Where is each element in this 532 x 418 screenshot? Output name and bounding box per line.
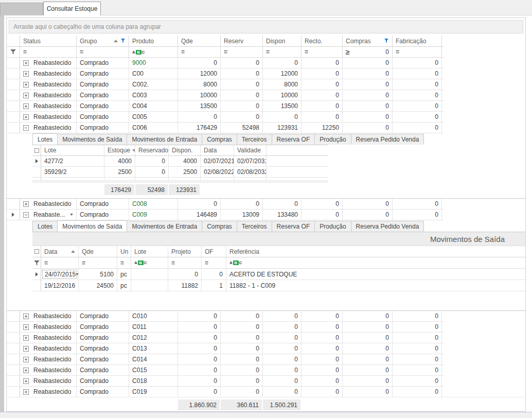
table-row[interactable]: Reabastecido Comprado C004 13500 0 13500… [7, 101, 444, 112]
table-row[interactable]: Reabastecido Comprado C002. 8000 0 8000 … [7, 79, 444, 90]
dispon-cell[interactable]: 10000 [263, 90, 302, 100]
status-cell[interactable]: Reabastecido [20, 322, 77, 332]
reserv-cell[interactable]: 0 [221, 343, 263, 354]
collapse-icon[interactable] [23, 212, 29, 218]
filter-active-icon[interactable] [120, 39, 126, 43]
produto-cell[interactable]: C002. [129, 79, 178, 90]
filter-active-icon[interactable] [384, 39, 389, 43]
status-cell[interactable]: Reabastecido [20, 343, 77, 354]
reserv-cell[interactable]: 0 [221, 311, 263, 321]
grupo-cell[interactable]: Comprado [77, 79, 129, 90]
table-row[interactable]: Reabastecido Comprado C015 0 0 0 0 0 0 [7, 365, 444, 376]
produto-cell[interactable]: 9000 [129, 58, 178, 68]
grupo-cell[interactable]: Comprado [77, 322, 129, 332]
table-row[interactable]: Reabastecido Comprado C018 0 0 0 0 0 0 [7, 376, 444, 387]
recto-cell[interactable]: 0 [302, 90, 343, 100]
grupo-cell[interactable]: Comprado [77, 311, 129, 321]
compras-cell[interactable]: 0 [343, 79, 393, 90]
table-row-c008[interactable]: Reabastecido Comprado C008 0 0 0 0 0 0 [7, 199, 444, 210]
status-cell[interactable]: Reabastecido [20, 199, 77, 209]
produto-cell[interactable]: C015 [129, 365, 178, 375]
dispon-cell[interactable]: 0 [263, 112, 302, 122]
fabricacao-cell[interactable]: 0 [393, 376, 442, 386]
filter-cell-projeto[interactable]: = [168, 257, 202, 268]
expand-icon[interactable] [23, 324, 29, 330]
dispon-cell[interactable]: 0 [263, 387, 302, 397]
recto-cell[interactable]: 0 [302, 199, 343, 209]
reserv-cell[interactable]: 0 [221, 68, 263, 79]
grupo-cell[interactable]: Comprado [77, 354, 129, 364]
grupo-cell[interactable]: Comprado [77, 90, 129, 100]
qde-cell[interactable]: 0 [178, 343, 221, 354]
reservado-cell[interactable]: 0 [135, 156, 169, 166]
expand-icon[interactable] [23, 378, 29, 384]
status-cell[interactable]: Reabastecido [20, 311, 77, 321]
dispon-cell[interactable]: 0 [263, 354, 302, 364]
column-header-reserv[interactable]: Reserv [221, 36, 263, 46]
recto-cell[interactable]: 0 [302, 387, 343, 397]
reserv-cell[interactable]: 0 [221, 112, 263, 122]
dispon-cell[interactable]: 133480 [263, 210, 302, 220]
grupo-cell[interactable]: Comprado [77, 101, 129, 111]
column-header-data[interactable]: Data [201, 145, 234, 155]
qde-cell[interactable]: 13500 [178, 101, 221, 111]
fabricacao-cell[interactable]: 0 [393, 333, 442, 343]
column-header-lote[interactable]: Lote [41, 145, 104, 155]
grupo-cell[interactable]: Comprado [77, 199, 129, 209]
detail-tab[interactable]: Movimentos de Saída [57, 134, 127, 145]
column-header-produto[interactable]: Produto [129, 36, 178, 46]
reserv-cell[interactable]: 0 [221, 199, 263, 209]
data-cell[interactable]: 19/12/2016 [41, 280, 79, 291]
fabricacao-cell[interactable]: 0 [393, 199, 442, 209]
qde-cell[interactable]: 0 [178, 58, 221, 68]
recto-cell[interactable]: 0 [302, 311, 343, 321]
lote-cell[interactable]: 4277/2 [41, 156, 104, 166]
table-row[interactable]: Reabastecido Comprado C019 0 0 0 0 0 0 [7, 387, 444, 397]
produto-cell[interactable]: C005 [129, 112, 178, 122]
filter-cell-data[interactable]: = [41, 257, 79, 268]
status-cell[interactable]: Reabastecido [20, 365, 77, 375]
compras-cell[interactable]: 0 [343, 387, 393, 397]
table-row[interactable]: Reabastecido Comprado C00 12000 0 12000 … [7, 68, 444, 79]
detail-tab[interactable]: Compras [202, 221, 237, 232]
group-by-panel[interactable]: Arraste aqui o cabeçalho de uma coluna p… [9, 20, 523, 33]
filter-cell-compras[interactable]: ≥ 0 [343, 47, 393, 57]
column-header-qde[interactable]: Qde [79, 246, 117, 257]
grupo-cell[interactable]: Comprado [77, 210, 129, 220]
un-cell[interactable]: pc [117, 280, 131, 291]
table-row[interactable]: Reabastecido Comprado C012 0 0 0 0 0 0 [7, 333, 444, 343]
dispon-cell[interactable]: 13500 [263, 101, 302, 111]
reservado-cell[interactable]: 0 [135, 167, 169, 177]
fabricacao-cell[interactable]: 0 [393, 58, 442, 68]
column-header-fabricacao[interactable]: Fabricação [393, 36, 442, 46]
compras-cell[interactable]: 0 [343, 354, 393, 364]
filter-cell-recto[interactable]: = [302, 47, 343, 57]
grupo-cell[interactable]: Comprado [77, 68, 129, 79]
status-cell[interactable]: Reabastecido [20, 101, 77, 111]
fabricacao-cell[interactable]: 0 [393, 123, 442, 133]
expand-icon[interactable] [23, 368, 29, 373]
produto-cell[interactable]: C012 [129, 333, 178, 343]
column-header-compras[interactable]: Compras [343, 36, 393, 46]
fabricacao-cell[interactable]: 0 [393, 322, 442, 332]
reserv-cell[interactable]: 0 [221, 387, 263, 397]
compras-cell[interactable]: 0 [343, 333, 393, 343]
recto-cell[interactable]: 0 [302, 365, 343, 375]
referencia-cell[interactable]: 11882 - 1 - C009 [226, 280, 525, 291]
qde-cell[interactable]: 0 [178, 365, 221, 375]
compras-cell[interactable]: 0 [343, 112, 393, 122]
dispon-cell[interactable]: 12000 [263, 68, 302, 79]
compras-cell[interactable]: 0 [343, 199, 393, 209]
fabricacao-cell[interactable]: 0 [393, 210, 442, 220]
table-row[interactable]: Reabastecido Comprado C014 0 0 0 0 0 0 [7, 354, 444, 365]
fabricacao-cell[interactable]: 0 [393, 311, 442, 321]
dispon-cell[interactable]: 0 [263, 376, 302, 386]
table-row[interactable]: Reabastecido Comprado C010 0 0 0 0 0 0 [7, 311, 444, 322]
recto-cell[interactable]: 0 [302, 333, 343, 343]
produto-cell[interactable]: C010 [129, 311, 178, 321]
recto-cell[interactable]: 0 [302, 58, 343, 68]
validade-cell[interactable]: 02/08/2032 [234, 167, 267, 177]
expand-icon[interactable] [23, 314, 29, 319]
filter-cell-of[interactable]: = [202, 257, 226, 268]
expand-icon[interactable] [23, 335, 29, 341]
